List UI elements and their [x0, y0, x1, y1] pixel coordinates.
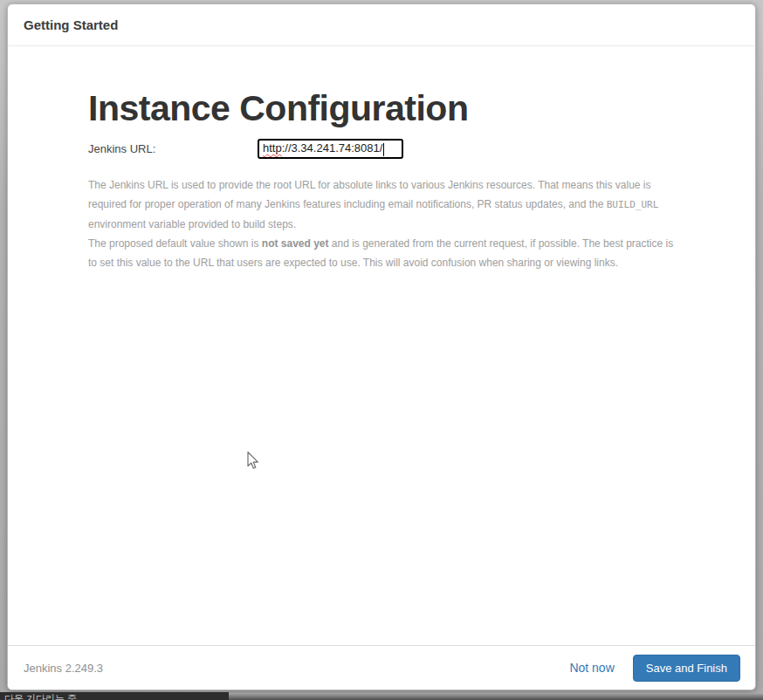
jenkins-version-text: Jenkins 2.249.3: [24, 662, 103, 675]
url-description: The Jenkins URL is used to provide the r…: [88, 175, 680, 272]
url-value-rest: ://3.34.241.74:8081/: [282, 141, 383, 154]
build-url-code: BUILD_URL: [607, 199, 659, 210]
jenkins-url-input[interactable]: http://3.34.241.74:8081/: [258, 139, 403, 159]
wizard-footer: Jenkins 2.249.3 Not now Save and Finish: [8, 645, 755, 690]
not-now-button[interactable]: Not now: [569, 661, 614, 675]
setup-wizard-dialog: Getting Started Instance Configuration J…: [7, 3, 756, 690]
page-title: Instance Configuration: [88, 88, 755, 129]
description-paragraph-1: The Jenkins URL is used to provide the r…: [88, 175, 680, 234]
save-and-finish-button[interactable]: Save and Finish: [633, 655, 740, 682]
wizard-header: Getting Started: [8, 4, 755, 46]
jenkins-url-label: Jenkins URL:: [88, 142, 258, 155]
not-saved-yet-emphasis: not saved yet: [262, 237, 329, 250]
footer-actions: Not now Save and Finish: [569, 655, 740, 682]
url-value-misspelled: http: [263, 141, 282, 154]
jenkins-url-row: Jenkins URL: http://3.34.241.74:8081/: [88, 139, 755, 159]
window-bottom-edge: [229, 694, 763, 700]
description-paragraph-2: The proposed default value shown is not …: [88, 234, 680, 272]
mouse-cursor-icon: [245, 451, 260, 470]
text-caret: [383, 143, 384, 156]
wizard-content: Instance Configuration Jenkins URL: http…: [8, 46, 755, 645]
browser-status-text: 다운 기다리는 중: [0, 692, 229, 700]
wizard-header-title: Getting Started: [24, 17, 118, 32]
browser-status-bar: 다운 기다리는 중: [0, 692, 229, 700]
